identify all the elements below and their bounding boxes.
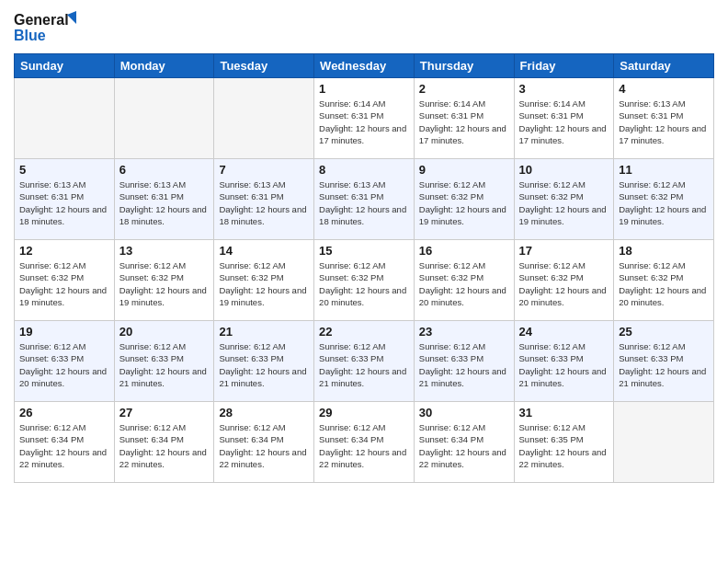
- weekday-header-thursday: Thursday: [414, 54, 514, 78]
- day-info: Sunrise: 6:12 AM Sunset: 6:32 PM Dayligh…: [619, 178, 709, 227]
- day-info: Sunrise: 6:12 AM Sunset: 6:33 PM Dayligh…: [19, 340, 109, 389]
- day-info: Sunrise: 6:13 AM Sunset: 6:31 PM Dayligh…: [619, 98, 709, 146]
- day-number: 17: [519, 244, 609, 258]
- day-number: 1: [319, 82, 409, 96]
- day-info: Sunrise: 6:12 AM Sunset: 6:35 PM Dayligh…: [519, 421, 609, 470]
- calendar-table: SundayMondayTuesdayWednesdayThursdayFrid…: [14, 53, 714, 483]
- calendar-cell: 10Sunrise: 6:12 AM Sunset: 6:32 PM Dayli…: [514, 159, 614, 240]
- day-number: 24: [519, 325, 609, 339]
- day-number: 15: [319, 244, 409, 258]
- calendar-cell: 19Sunrise: 6:12 AM Sunset: 6:33 PM Dayli…: [15, 321, 115, 402]
- day-info: Sunrise: 6:12 AM Sunset: 6:32 PM Dayligh…: [519, 259, 609, 308]
- calendar-cell: 23Sunrise: 6:12 AM Sunset: 6:33 PM Dayli…: [414, 321, 514, 402]
- day-info: Sunrise: 6:13 AM Sunset: 6:31 PM Dayligh…: [19, 178, 109, 227]
- day-info: Sunrise: 6:12 AM Sunset: 6:34 PM Dayligh…: [319, 421, 409, 470]
- day-number: 9: [419, 163, 509, 177]
- day-info: Sunrise: 6:12 AM Sunset: 6:34 PM Dayligh…: [219, 421, 309, 470]
- day-info: Sunrise: 6:12 AM Sunset: 6:32 PM Dayligh…: [319, 259, 409, 308]
- calendar-row: 19Sunrise: 6:12 AM Sunset: 6:33 PM Dayli…: [15, 321, 714, 402]
- day-number: 2: [419, 82, 509, 96]
- day-number: 14: [219, 244, 309, 258]
- day-info: Sunrise: 6:12 AM Sunset: 6:34 PM Dayligh…: [419, 421, 509, 470]
- day-number: 11: [619, 163, 709, 177]
- calendar-cell: 2Sunrise: 6:14 AM Sunset: 6:31 PM Daylig…: [414, 78, 514, 159]
- calendar-cell: 21Sunrise: 6:12 AM Sunset: 6:33 PM Dayli…: [214, 321, 314, 402]
- calendar-cell: 12Sunrise: 6:12 AM Sunset: 6:32 PM Dayli…: [15, 240, 115, 321]
- day-info: Sunrise: 6:13 AM Sunset: 6:31 PM Dayligh…: [119, 178, 210, 227]
- day-info: Sunrise: 6:12 AM Sunset: 6:33 PM Dayligh…: [319, 340, 409, 389]
- day-number: 23: [419, 325, 509, 339]
- weekday-header-tuesday: Tuesday: [214, 54, 314, 78]
- calendar-page: GeneralBlue SundayMondayTuesdayWednesday…: [0, 0, 728, 563]
- day-info: Sunrise: 6:13 AM Sunset: 6:31 PM Dayligh…: [219, 178, 309, 227]
- day-info: Sunrise: 6:12 AM Sunset: 6:33 PM Dayligh…: [219, 340, 309, 389]
- day-info: Sunrise: 6:12 AM Sunset: 6:32 PM Dayligh…: [419, 259, 509, 308]
- day-number: 19: [19, 325, 109, 339]
- day-info: Sunrise: 6:12 AM Sunset: 6:34 PM Dayligh…: [19, 421, 109, 470]
- calendar-cell: 31Sunrise: 6:12 AM Sunset: 6:35 PM Dayli…: [514, 402, 614, 483]
- calendar-cell: 27Sunrise: 6:12 AM Sunset: 6:34 PM Dayli…: [114, 402, 214, 483]
- day-number: 20: [119, 325, 210, 339]
- weekday-header-row: SundayMondayTuesdayWednesdayThursdayFrid…: [15, 54, 714, 78]
- calendar-row: 12Sunrise: 6:12 AM Sunset: 6:32 PM Dayli…: [15, 240, 714, 321]
- day-info: Sunrise: 6:12 AM Sunset: 6:34 PM Dayligh…: [119, 421, 210, 470]
- day-number: 12: [19, 244, 109, 258]
- day-number: 10: [519, 163, 609, 177]
- day-number: 27: [119, 406, 210, 419]
- day-info: Sunrise: 6:12 AM Sunset: 6:32 PM Dayligh…: [519, 178, 609, 227]
- calendar-row: 26Sunrise: 6:12 AM Sunset: 6:34 PM Dayli…: [15, 402, 714, 483]
- calendar-cell: 22Sunrise: 6:12 AM Sunset: 6:33 PM Dayli…: [314, 321, 415, 402]
- day-info: Sunrise: 6:12 AM Sunset: 6:32 PM Dayligh…: [419, 178, 509, 227]
- weekday-header-wednesday: Wednesday: [314, 54, 415, 78]
- calendar-cell: 17Sunrise: 6:12 AM Sunset: 6:32 PM Dayli…: [514, 240, 614, 321]
- calendar-cell: 28Sunrise: 6:12 AM Sunset: 6:34 PM Dayli…: [214, 402, 314, 483]
- calendar-cell: 14Sunrise: 6:12 AM Sunset: 6:32 PM Dayli…: [214, 240, 314, 321]
- calendar-cell: 18Sunrise: 6:12 AM Sunset: 6:32 PM Dayli…: [614, 240, 714, 321]
- calendar-cell: 26Sunrise: 6:12 AM Sunset: 6:34 PM Dayli…: [15, 402, 115, 483]
- calendar-cell: 13Sunrise: 6:12 AM Sunset: 6:32 PM Dayli…: [114, 240, 214, 321]
- calendar-cell: 15Sunrise: 6:12 AM Sunset: 6:32 PM Dayli…: [314, 240, 415, 321]
- day-number: 6: [119, 163, 210, 177]
- day-number: 28: [219, 406, 309, 419]
- day-info: Sunrise: 6:14 AM Sunset: 6:31 PM Dayligh…: [319, 98, 409, 146]
- calendar-cell: 11Sunrise: 6:12 AM Sunset: 6:32 PM Dayli…: [614, 159, 714, 240]
- calendar-cell: 3Sunrise: 6:14 AM Sunset: 6:31 PM Daylig…: [514, 78, 614, 159]
- day-number: 8: [319, 163, 409, 177]
- day-number: 31: [519, 406, 609, 419]
- day-info: Sunrise: 6:14 AM Sunset: 6:31 PM Dayligh…: [419, 98, 509, 146]
- calendar-cell: [614, 402, 714, 483]
- day-info: Sunrise: 6:12 AM Sunset: 6:33 PM Dayligh…: [619, 340, 709, 389]
- day-number: 30: [419, 406, 509, 419]
- header: GeneralBlue: [14, 9, 714, 46]
- day-info: Sunrise: 6:12 AM Sunset: 6:33 PM Dayligh…: [419, 340, 509, 389]
- calendar-cell: [214, 78, 314, 159]
- calendar-cell: 1Sunrise: 6:14 AM Sunset: 6:31 PM Daylig…: [314, 78, 415, 159]
- day-info: Sunrise: 6:12 AM Sunset: 6:33 PM Dayligh…: [119, 340, 210, 389]
- weekday-header-friday: Friday: [514, 54, 614, 78]
- day-number: 29: [319, 406, 409, 419]
- logo-svg: GeneralBlue: [14, 9, 87, 46]
- day-number: 16: [419, 244, 509, 258]
- day-info: Sunrise: 6:12 AM Sunset: 6:33 PM Dayligh…: [519, 340, 609, 389]
- calendar-cell: 29Sunrise: 6:12 AM Sunset: 6:34 PM Dayli…: [314, 402, 415, 483]
- weekday-header-sunday: Sunday: [15, 54, 115, 78]
- day-info: Sunrise: 6:12 AM Sunset: 6:32 PM Dayligh…: [19, 259, 109, 308]
- day-info: Sunrise: 6:13 AM Sunset: 6:31 PM Dayligh…: [319, 178, 409, 227]
- day-number: 22: [319, 325, 409, 339]
- weekday-header-monday: Monday: [114, 54, 214, 78]
- day-number: 5: [19, 163, 109, 177]
- calendar-cell: 6Sunrise: 6:13 AM Sunset: 6:31 PM Daylig…: [114, 159, 214, 240]
- calendar-cell: [15, 78, 115, 159]
- calendar-cell: 9Sunrise: 6:12 AM Sunset: 6:32 PM Daylig…: [414, 159, 514, 240]
- day-info: Sunrise: 6:14 AM Sunset: 6:31 PM Dayligh…: [519, 98, 609, 146]
- calendar-cell: 20Sunrise: 6:12 AM Sunset: 6:33 PM Dayli…: [114, 321, 214, 402]
- day-info: Sunrise: 6:12 AM Sunset: 6:32 PM Dayligh…: [619, 259, 709, 308]
- logo: GeneralBlue: [14, 9, 87, 46]
- calendar-cell: [114, 78, 214, 159]
- day-number: 25: [619, 325, 709, 339]
- calendar-cell: 5Sunrise: 6:13 AM Sunset: 6:31 PM Daylig…: [15, 159, 115, 240]
- day-number: 4: [619, 82, 709, 96]
- calendar-cell: 25Sunrise: 6:12 AM Sunset: 6:33 PM Dayli…: [614, 321, 714, 402]
- calendar-row: 5Sunrise: 6:13 AM Sunset: 6:31 PM Daylig…: [15, 159, 714, 240]
- day-info: Sunrise: 6:12 AM Sunset: 6:32 PM Dayligh…: [119, 259, 210, 308]
